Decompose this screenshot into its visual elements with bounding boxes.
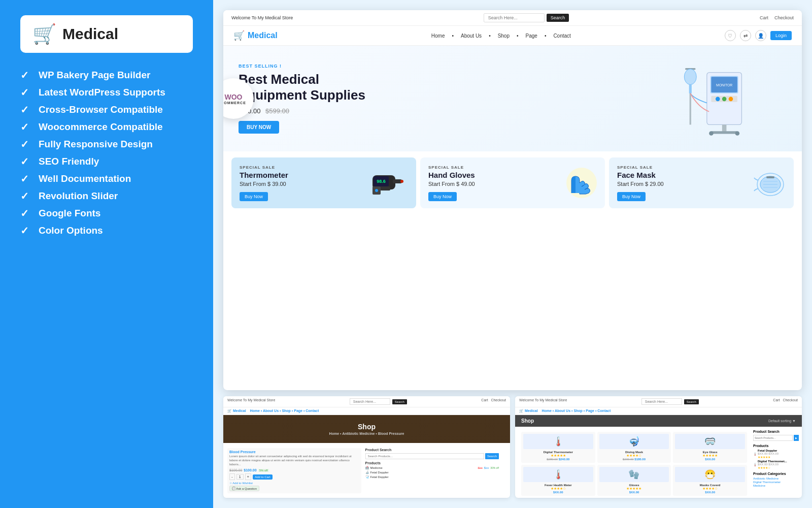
login-button[interactable]: Login [770, 31, 792, 40]
hero-price: $ 80.00 $599.00 [239, 107, 645, 115]
cat-medicine[interactable]: Medicine [753, 484, 799, 487]
product-search-input[interactable] [365, 453, 485, 459]
product-grid-area: 🌡️ Digital Thermometer ★★★★★ $280.00 $24… [515, 427, 802, 498]
svg-point-5 [716, 97, 720, 102]
sale-card-mask: SPECIAL SALE Face Mask Start From $ 29.0… [609, 157, 794, 208]
nav-bar: 🛒 Medical Home • About Us • Shop • Page … [223, 26, 802, 46]
svg-rect-9 [711, 131, 737, 134]
hero-title-line2: Equipment Supplies [239, 87, 365, 103]
feature-item: ✓Woocommerce Compatible [20, 121, 193, 133]
ss-cart-1: Cart Checkout [481, 398, 506, 405]
gloves-name: Hand Gloves [428, 171, 475, 179]
gloves-image [556, 165, 597, 201]
sale-cards: SPECIAL SALE Thermometer Start From $ 39… [223, 151, 802, 214]
ss-search-btn-2[interactable]: Search [684, 399, 699, 404]
feature-item: ✓Latest WordPress Supports [20, 86, 193, 99]
hero-badge: BEST SELLING ! [239, 64, 645, 69]
svg-point-7 [729, 97, 733, 102]
hero-image: MONITOR [645, 58, 787, 139]
cat-antibiotic[interactable]: Antibiotic Medicine [753, 477, 799, 480]
ss-shop-content: Blood Pressure Lorem ipsum dolor sit ame… [223, 443, 510, 496]
ss-header-1: Welcome To My Medical Store Search Cart … [223, 396, 510, 407]
nav-shop[interactable]: Shop [498, 33, 510, 39]
feature-item: ✓Fully Responsive Design [20, 138, 193, 150]
check-icon: ✓ [20, 69, 31, 81]
products-grid: 🌡️ Digital Thermometer ★★★★★ $280.00 $24… [518, 430, 750, 498]
nav-separator: • [517, 33, 519, 39]
nav-separator: • [489, 33, 491, 39]
old-price: $599.00 [265, 107, 289, 115]
thermometer-card-info: SPECIAL SALE Thermometer Start From $ 39… [240, 165, 288, 201]
search-input[interactable] [484, 13, 545, 22]
ss-search-2[interactable] [641, 398, 682, 405]
user-button[interactable]: 👤 [755, 30, 766, 41]
cart-link[interactable]: Cart [760, 15, 768, 20]
nav-home[interactable]: Home [431, 33, 445, 39]
gloves-card-info: SPECIAL SALE Hand Gloves Start From $ 49… [428, 165, 475, 201]
feature-item: ✓SEO Friendly [20, 155, 193, 168]
nav-logo-text: Medical [248, 31, 278, 40]
cat-digital[interactable]: Digital Thermometer [753, 481, 799, 484]
gloves-buy-btn[interactable]: Buy Now [428, 192, 457, 201]
product-masks: 😷 Masks Coverd ★★★★☆ $XX.00 [673, 465, 747, 496]
sidebar-search-btn[interactable]: ▶ [794, 435, 799, 441]
mask-name: Face Mask [617, 171, 664, 179]
feature-list: ✓WP Bakery Page Builder✓Latest WordPress… [20, 69, 193, 237]
thermometer-buy-btn[interactable]: Buy Now [240, 192, 268, 201]
svg-point-23 [400, 180, 403, 183]
ss-welcome-2: Welcome To My Medical Store [519, 398, 567, 405]
feature-item: ✓Google Fonts [20, 207, 193, 219]
search-button[interactable]: Search [547, 14, 569, 22]
svg-rect-30 [766, 176, 774, 178]
feature-item: ✓Cross-Browser Compatible [20, 104, 193, 116]
sale-card-thermometer: SPECIAL SALE Thermometer Start From $ 39… [231, 157, 416, 208]
buy-now-button[interactable]: BUY NOW [239, 121, 279, 134]
check-icon: ✓ [20, 138, 31, 150]
svg-text:MONITOR: MONITOR [716, 83, 732, 87]
sale-card-gloves: SPECIAL SALE Hand Gloves Start From $ 49… [420, 157, 605, 208]
ss-welcome-1: Welcome To My Medical Store [227, 398, 275, 405]
nav-page[interactable]: Page [526, 33, 537, 39]
svg-rect-13 [689, 85, 692, 93]
logo-text: Medical [62, 25, 118, 43]
medical-equipment-svg: MONITOR [655, 60, 776, 137]
product-sidebar: Product Search ▶ Products 🌡️Fetal Dopple… [753, 430, 799, 498]
ask-question-btn[interactable]: 💬 Ask a Question [229, 486, 259, 491]
ss-search-btn-1[interactable]: Search [392, 399, 407, 404]
bottom-screenshots: Welcome To My Medical Store Search Cart … [223, 396, 802, 498]
thermometer-price: Start From $ 39.00 [240, 181, 288, 187]
ss-search-1[interactable] [350, 398, 390, 405]
sidebar-product-1: 🌡️Fetal Doppler$XX.00 $XX.00★★★★★ [753, 449, 799, 459]
utility-links: Cart Checkout [760, 15, 794, 20]
right-panel: Welcome To My Medical Store Search Cart … [213, 0, 812, 508]
welcome-text: Welcome To My Medical Store [231, 15, 293, 20]
product-search-btn[interactable]: Search [485, 453, 499, 459]
ss-nav-2: 🛒 Medical Home • About Us • Shop • Page … [515, 407, 802, 415]
ss-header-2: Welcome To My Medical Store Search Cart … [515, 396, 802, 407]
mask-buy-btn[interactable]: Buy Now [617, 192, 646, 201]
check-icon: ✓ [20, 104, 31, 116]
shop-screenshot: Welcome To My Medical Store Search Cart … [223, 396, 510, 498]
compare-button[interactable]: ⇄ [740, 30, 751, 41]
gloves-price: Start From $ 49.00 [428, 181, 475, 187]
wishlist-button[interactable]: ♡ [725, 30, 736, 41]
search-bar[interactable]: Search [484, 13, 569, 22]
mask-image [745, 165, 786, 201]
feature-item: ✓Well Documentation [20, 173, 193, 185]
check-icon: ✓ [20, 225, 31, 237]
top-utility-bar: Welcome To My Medical Store Search Cart … [223, 10, 802, 26]
feature-item: ✓Revolution Slider [20, 190, 193, 202]
add-to-cart-btn[interactable]: Add to Cart [253, 474, 272, 480]
nav-contact[interactable]: Contact [553, 33, 570, 39]
sale-label-2: SPECIAL SALE [428, 165, 475, 170]
sidebar-search[interactable] [753, 435, 793, 441]
cart-icon: 🛒 [32, 24, 56, 44]
ss-nav-1: 🛒 Medical Home • About Us • Shop • Page … [223, 407, 510, 415]
shop-header-2: Shop Default sorting ▼ [515, 415, 802, 427]
product-grid-screenshot: Welcome To My Medical Store Search Cart … [515, 396, 802, 498]
nav-separator: • [545, 33, 547, 39]
nav-about[interactable]: About Us [461, 33, 482, 39]
checkout-link[interactable]: Checkout [774, 15, 794, 20]
check-icon: ✓ [20, 121, 31, 133]
nav-logo-icon: 🛒 [233, 30, 245, 41]
